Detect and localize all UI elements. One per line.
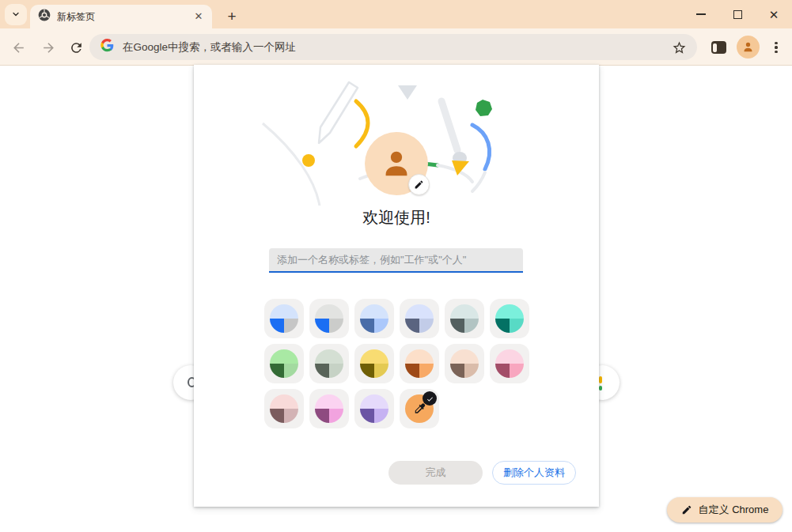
back-button[interactable] (6, 36, 30, 59)
menu-button[interactable] (764, 36, 788, 59)
theme-swatch-magenta[interactable] (309, 389, 349, 428)
customize-chrome-label: 自定义 Chrome (699, 503, 769, 517)
profile-customization-dialog: 欢迎使用! 完成 删除个人资料 (194, 65, 599, 507)
tab-title: 新标签页 (57, 10, 191, 24)
close-icon: ✕ (769, 9, 779, 21)
done-button[interactable]: 完成 (388, 461, 483, 485)
omnibox[interactable] (89, 34, 697, 60)
theme-swatch-taupe[interactable] (445, 344, 484, 383)
reload-button[interactable] (64, 36, 88, 59)
star-icon (672, 40, 687, 55)
theme-swatch-sage[interactable] (309, 344, 349, 383)
forward-button[interactable] (36, 36, 60, 59)
selected-check-badge (423, 391, 437, 406)
person-icon (741, 40, 755, 54)
pencil-icon (681, 504, 692, 515)
customize-chrome-button[interactable]: 自定义 Chrome (667, 497, 783, 523)
maximize-icon (733, 10, 742, 19)
tab-new-tab-page[interactable]: 新标签页 ✕ (30, 5, 212, 28)
lens-icon (599, 386, 602, 391)
theme-swatch-grey-blue[interactable] (309, 299, 349, 338)
arrow-right-icon (41, 40, 56, 55)
lens-icon (599, 376, 602, 383)
custom-color-picker-swatch[interactable] (400, 389, 439, 428)
minimize-icon (696, 13, 706, 15)
theme-swatch-purple[interactable] (354, 389, 394, 428)
theme-swatch-orange[interactable] (400, 344, 439, 383)
arrow-left-icon (11, 40, 26, 55)
window-close-button[interactable]: ✕ (756, 0, 792, 28)
new-tab-button[interactable]: + (222, 6, 242, 26)
chrome-favicon-icon (38, 9, 51, 25)
dialog-title: 欢迎使用! (194, 207, 599, 228)
three-dots-icon (775, 42, 777, 54)
theme-swatch-aqua[interactable] (490, 299, 529, 338)
theme-swatch-green[interactable] (264, 344, 304, 383)
google-g-icon (100, 39, 114, 55)
check-icon (426, 394, 434, 403)
tab-strip: 新标签页 ✕ + ✕ (0, 0, 792, 28)
tab-close-icon[interactable]: ✕ (191, 9, 206, 24)
side-panel-icon (711, 41, 726, 54)
window-minimize-button[interactable] (683, 0, 719, 28)
profile-name-input[interactable] (269, 248, 523, 273)
pencil-icon (414, 179, 424, 190)
theme-swatch-steel-blue[interactable] (354, 299, 394, 338)
theme-swatch-yellow[interactable] (354, 344, 394, 383)
theme-swatch-slate-blue[interactable] (400, 299, 439, 338)
window-maximize-button[interactable] (719, 0, 756, 28)
edit-avatar-button[interactable] (408, 174, 430, 195)
theme-swatch-blue-grey[interactable] (264, 299, 304, 338)
theme-swatch-slate-teal[interactable] (445, 299, 484, 338)
tab-search-caret-button[interactable] (5, 4, 27, 25)
profile-avatar-button[interactable] (737, 36, 760, 58)
reload-icon (69, 40, 84, 55)
theme-swatch-rose[interactable] (490, 344, 529, 383)
delete-profile-button[interactable]: 删除个人资料 (492, 461, 576, 485)
bookmark-button[interactable] (667, 36, 691, 59)
theme-swatch-grid (264, 299, 529, 428)
chevron-down-icon (11, 8, 21, 22)
browser-toolbar (0, 28, 792, 66)
side-panel-button[interactable] (707, 36, 730, 59)
theme-swatch-mauve[interactable] (264, 389, 304, 428)
person-icon (378, 145, 415, 182)
omnibox-input[interactable] (123, 41, 686, 53)
